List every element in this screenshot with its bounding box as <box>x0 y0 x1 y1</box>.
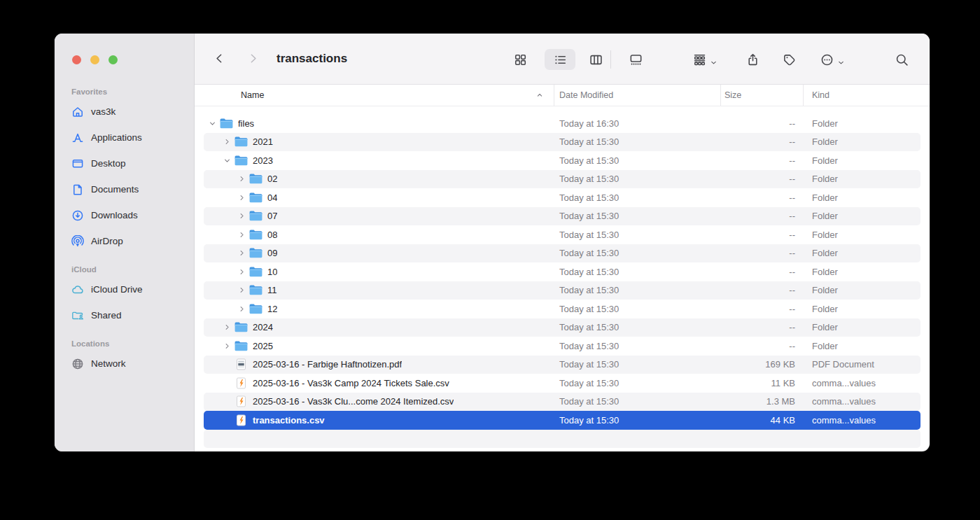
close-button[interactable] <box>72 55 81 64</box>
date-modified-cell: Today at 15:30 <box>554 192 721 203</box>
disclosure-spacer <box>221 359 233 370</box>
disclosure-right-icon[interactable] <box>221 136 233 148</box>
file-row-2025-03-16-vas3k-camp-2024-tickets-sale-csv[interactable]: 2025-03-16 - Vas3k Camp 2024 Tickets Sal… <box>204 374 920 393</box>
kind-cell: Folder <box>804 304 920 314</box>
folder-icon <box>234 321 248 333</box>
column-header-name-label: Name <box>241 90 264 100</box>
sidebar-item-applications[interactable]: Applications <box>55 125 194 150</box>
date-modified-cell: Today at 15:30 <box>554 267 721 277</box>
file-name-label: transactions.csv <box>253 415 325 426</box>
file-row-transactions-csv[interactable]: transactions.csvToday at 15:3044 KBcomma… <box>204 411 920 430</box>
column-header-date-modified[interactable]: Date Modified <box>554 85 721 106</box>
sidebar-item-shared[interactable]: Shared <box>55 302 194 328</box>
disclosure-right-icon[interactable] <box>236 211 248 222</box>
download-circle-icon <box>71 209 85 222</box>
disclosure-right-icon[interactable] <box>236 303 248 314</box>
disclosure-down-icon[interactable] <box>206 118 218 129</box>
sidebar-item-documents[interactable]: Documents <box>55 176 194 202</box>
group-button[interactable] <box>683 49 727 70</box>
file-row-04[interactable]: 04Today at 15:30--Folder <box>204 188 920 207</box>
window-title: transactions <box>276 52 347 66</box>
file-row-2025-03-16-farbige-haftnotizen-pdf[interactable]: 2025-03-16 - Farbige Haftnotizen.pdfToda… <box>204 356 920 374</box>
sidebar-item-downloads[interactable]: Downloads <box>55 202 194 228</box>
date-modified-cell: Today at 15:30 <box>554 174 721 184</box>
sidebar-item-icloud-drive[interactable]: iCloud Drive <box>55 276 194 302</box>
file-name-cell: 2025-03-16 - Vas3k Clu...come 2024 Itemi… <box>204 395 554 407</box>
date-modified-cell: Today at 15:30 <box>554 285 721 295</box>
tags-button[interactable] <box>774 49 804 70</box>
sidebar-item-airdrop[interactable]: AirDrop <box>55 228 194 254</box>
file-row-10[interactable]: 10Today at 15:30--Folder <box>204 262 920 281</box>
disclosure-right-icon[interactable] <box>236 266 248 277</box>
column-view-button[interactable] <box>580 49 611 70</box>
zoom-button[interactable] <box>108 55 118 64</box>
more-button[interactable] <box>811 49 854 70</box>
size-cell: -- <box>721 248 804 258</box>
icon-view-button[interactable] <box>505 49 536 70</box>
kind-cell: Folder <box>804 136 920 147</box>
column-header-size[interactable]: Size <box>721 85 804 106</box>
disclosure-down-icon[interactable] <box>221 155 233 166</box>
file-name-cell: 07 <box>204 210 554 222</box>
file-row-2025-03-16-vas3k-clu-come-2024-itemized-csv[interactable]: 2025-03-16 - Vas3k Clu...come 2024 Itemi… <box>204 393 920 412</box>
sidebar-item-network[interactable]: Network <box>55 351 194 377</box>
disclosure-right-icon[interactable] <box>221 322 233 333</box>
sidebar-section-locations: LocationsNetwork <box>55 339 194 377</box>
file-row-07[interactable]: 07Today at 15:30--Folder <box>204 207 920 226</box>
sidebar-section-label: Locations <box>71 339 194 348</box>
file-row-2024[interactable]: 2024Today at 15:30--Folder <box>204 318 920 337</box>
size-cell: -- <box>721 118 804 129</box>
column-header-name[interactable]: Name <box>204 85 554 106</box>
date-modified-cell: Today at 15:30 <box>554 211 721 221</box>
traffic-lights <box>72 55 118 64</box>
size-cell: 44 KB <box>721 415 804 426</box>
back-button[interactable] <box>204 49 234 70</box>
disclosure-right-icon[interactable] <box>236 229 248 240</box>
file-row-02[interactable]: 02Today at 15:30--Folder <box>204 170 920 189</box>
file-row-2021[interactable]: 2021Today at 15:30--Folder <box>204 133 920 152</box>
list-view-icon <box>554 53 567 66</box>
file-row-2025[interactable]: 2025Today at 15:30--Folder <box>204 337 920 356</box>
size-cell: 1.3 MB <box>721 396 804 407</box>
disclosure-right-icon[interactable] <box>221 340 233 351</box>
size-cell: -- <box>721 211 804 221</box>
file-row-2023[interactable]: 2023Today at 15:30--Folder <box>204 151 920 170</box>
list-view-button[interactable] <box>545 49 575 70</box>
file-row-08[interactable]: 08Today at 15:30--Folder <box>204 225 920 244</box>
kind-cell: Folder <box>804 211 920 221</box>
file-row-09[interactable]: 09Today at 15:30--Folder <box>204 244 920 263</box>
file-row-11[interactable]: 11Today at 15:30--Folder <box>204 281 920 300</box>
share-button[interactable] <box>737 49 768 70</box>
kind-cell: Folder <box>804 267 920 277</box>
date-modified-cell: Today at 15:30 <box>554 322 721 332</box>
disclosure-right-icon[interactable] <box>236 285 248 296</box>
sidebar-item-desktop[interactable]: Desktop <box>55 150 194 176</box>
file-row-12[interactable]: 12Today at 15:30--Folder <box>204 300 920 318</box>
file-row-files[interactable]: filesToday at 16:30--Folder <box>204 114 920 133</box>
group-icon <box>693 53 706 66</box>
file-name-label: files <box>238 118 254 129</box>
forward-button[interactable] <box>237 49 268 70</box>
sidebar-item-label: Desktop <box>91 158 126 169</box>
folder-icon <box>248 229 263 241</box>
file-name-label: 2025-03-16 - Vas3k Clu...come 2024 Itemi… <box>253 396 454 407</box>
csv-file-icon <box>234 395 248 407</box>
sidebar-item-vas3k[interactable]: vas3k <box>55 99 194 125</box>
size-cell: -- <box>721 322 804 332</box>
disclosure-right-icon[interactable] <box>236 248 248 259</box>
sidebar-item-label: Network <box>91 358 126 369</box>
disclosure-right-icon[interactable] <box>236 174 248 185</box>
folder-icon <box>248 210 263 222</box>
file-name-cell: 2025-03-16 - Vas3k Camp 2024 Tickets Sal… <box>204 377 554 389</box>
size-cell: -- <box>721 285 804 295</box>
file-name-label: 02 <box>267 174 277 184</box>
search-button[interactable] <box>886 49 917 70</box>
disclosure-right-icon[interactable] <box>236 192 248 203</box>
file-name-label: 08 <box>267 230 277 240</box>
sidebar-item-label: vas3k <box>91 106 115 117</box>
minimize-button[interactable] <box>90 55 99 64</box>
column-header-kind[interactable]: Kind <box>804 85 920 106</box>
search-icon <box>895 53 909 66</box>
gallery-view-button[interactable] <box>618 49 653 70</box>
disclosure-spacer <box>221 377 233 388</box>
